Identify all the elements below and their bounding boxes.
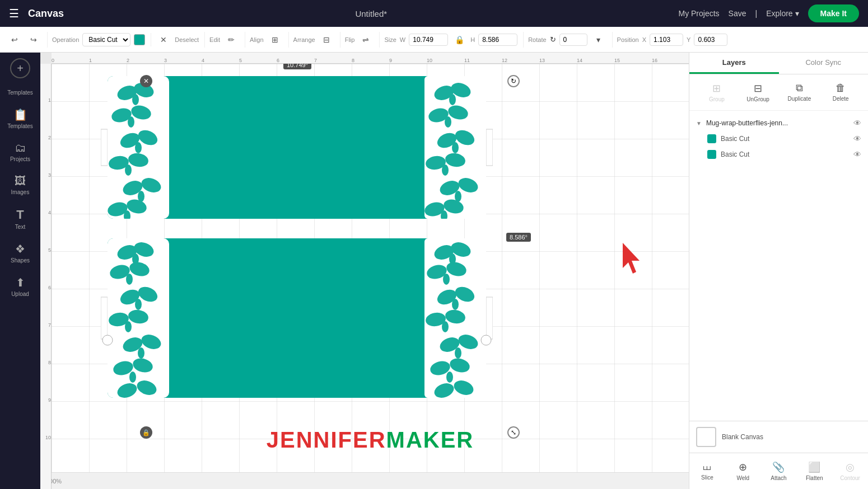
canvas-area[interactable]: 0 1 2 3 4 5 6 7 8 9 10 11 12 13 14 15 16 <box>40 53 689 489</box>
ungroup-button[interactable]: ⊟ UnGroup <box>738 79 779 106</box>
svg-point-25 <box>449 94 456 105</box>
svg-point-86 <box>432 381 456 398</box>
menu-icon[interactable]: ☰ <box>9 7 19 20</box>
attach-icon: 📎 <box>772 461 785 473</box>
svg-point-64 <box>132 356 155 374</box>
svg-point-34 <box>442 164 449 176</box>
arrange-button[interactable]: ⊟ <box>319 32 334 48</box>
tab-color-sync[interactable]: Color Sync <box>779 53 869 74</box>
save-button[interactable]: Save <box>729 9 746 18</box>
sidebar-item-shapes[interactable]: ❖ Shapes <box>3 238 38 268</box>
flatten-label: Flatten <box>806 475 823 481</box>
rotate-icon: ↻ <box>550 35 556 44</box>
y-position-input[interactable] <box>694 34 727 46</box>
sidebar-item-upload[interactable]: ⬆ Upload <box>3 271 38 302</box>
delete-icon: 🗑 <box>836 82 846 94</box>
group-visibility-icon[interactable]: 👁 <box>853 119 861 128</box>
layer-2-name: Basic Cut <box>721 151 849 158</box>
ruler-mark-v-9: 9 <box>48 397 51 403</box>
lock-aspect-button[interactable]: 🔒 <box>451 32 467 48</box>
blank-canvas-swatch[interactable] <box>696 427 716 447</box>
height-input[interactable] <box>478 34 517 46</box>
x-position-input[interactable] <box>650 34 683 46</box>
new-button[interactable]: + <box>10 58 30 78</box>
layer-item-2[interactable]: Basic Cut 👁 <box>689 147 868 162</box>
operation-section: Operation Basic Cut <box>52 33 151 46</box>
color-swatch[interactable] <box>134 34 145 45</box>
undo-button[interactable]: ↩ <box>7 32 22 48</box>
sidebar-item-templates[interactable]: 📋 Templates <box>3 104 38 134</box>
x-label: X <box>642 36 646 43</box>
projects-icon: 🗂 <box>15 142 26 154</box>
duplicate-icon: ⧉ <box>796 82 803 94</box>
redo-button[interactable]: ↪ <box>26 32 41 48</box>
document-title: Untitled* <box>73 9 669 18</box>
svg-point-16 <box>125 164 132 176</box>
group-button[interactable]: ⊞ Group <box>696 79 738 106</box>
layer-group-header[interactable]: ▼ Mug-wrap-butterflies-jenn... 👁 <box>689 115 868 131</box>
align-button[interactable]: ⊞ <box>267 32 283 48</box>
group-icon: ⊞ <box>712 82 721 95</box>
svg-rect-0 <box>101 129 108 166</box>
scale-handle[interactable]: ⤡ <box>507 426 520 439</box>
images-icon: 🖼 <box>15 175 26 187</box>
sidebar-item-images[interactable]: 🖼 Images <box>3 170 38 200</box>
sidebar-item-text[interactable]: T Text <box>3 203 38 234</box>
layer-2-visibility-icon[interactable]: 👁 <box>853 150 861 159</box>
slice-label: Slice <box>701 474 713 481</box>
images-label: Images <box>11 189 30 195</box>
dimension-top-label: 10.749° <box>283 64 311 69</box>
w-label: W <box>400 36 405 43</box>
canvas-content[interactable]: ✕ ↻ 10.749° 8.586° 🔒 ⤡ <box>52 64 689 472</box>
svg-point-56 <box>135 299 142 310</box>
text-label: Text <box>15 224 25 230</box>
ruler-mark-15: 15 <box>614 58 620 63</box>
tab-layers[interactable]: Layers <box>689 53 779 74</box>
operation-select[interactable]: Basic Cut <box>82 33 130 46</box>
svg-point-59 <box>125 321 132 332</box>
layer-item-1[interactable]: Basic Cut 👁 <box>689 131 868 147</box>
explore-button[interactable]: Explore ▾ <box>766 9 799 18</box>
width-input[interactable] <box>409 34 448 46</box>
slice-button[interactable]: ⧢ Slice <box>689 458 725 485</box>
mug-wrap-1[interactable] <box>101 76 493 219</box>
mug-wrap-2[interactable] <box>101 238 493 398</box>
ruler-left: 1 2 3 4 5 6 7 8 9 10 <box>40 64 52 489</box>
duplicate-button[interactable]: ⧉ Duplicate <box>779 79 820 106</box>
right-panel-tabs: Layers Color Sync <box>689 53 868 74</box>
flatten-button[interactable]: ⬜ Flatten <box>796 458 832 485</box>
make-it-button[interactable]: Make It <box>808 4 859 22</box>
contour-label: Contour <box>840 475 860 481</box>
group-chevron-icon: ▼ <box>696 120 702 126</box>
blank-canvas-label: Blank Canvas <box>722 433 763 441</box>
rotate-handle[interactable]: ↻ <box>507 75 520 87</box>
ruler-mark-3: 3 <box>164 58 167 63</box>
layer-1-visibility-icon[interactable]: 👁 <box>853 134 861 143</box>
layer-1-color <box>707 134 716 143</box>
operation-label: Operation <box>52 36 79 43</box>
my-projects-link[interactable]: My Projects <box>678 9 719 18</box>
flip-button[interactable]: ⇌ <box>358 32 374 48</box>
sidebar-item-new-label: Templates <box>3 85 38 100</box>
rotate-dropdown[interactable]: ▾ <box>591 32 606 48</box>
watermark-jennifer: JENNIFER <box>267 427 386 452</box>
weld-button[interactable]: ⊕ Weld <box>725 458 761 485</box>
edit-button[interactable]: ✏ <box>223 32 239 48</box>
align-section: Align ⊞ <box>250 32 288 48</box>
lock-handle[interactable]: 🔒 <box>140 426 152 439</box>
left-sidebar: + Templates 📋 Templates 🗂 Projects 🖼 Ima… <box>0 53 40 489</box>
ruler-mark-9: 9 <box>389 58 392 63</box>
attach-button[interactable]: 📎 Attach <box>761 458 797 485</box>
svg-marker-88 <box>623 243 640 274</box>
butterfly-pattern-left-1 <box>108 76 169 219</box>
sidebar-item-projects[interactable]: 🗂 Projects <box>3 137 38 167</box>
delete-button[interactable]: 🗑 Delete <box>820 79 861 106</box>
watermark-maker: MAKER <box>386 427 474 452</box>
rotate-input[interactable] <box>559 34 587 46</box>
deselect-button[interactable]: ✕ <box>156 32 171 48</box>
arrange-label: Arrange <box>293 36 315 43</box>
contour-button[interactable]: ◎ Contour <box>832 458 868 485</box>
right-panel: Layers Color Sync ⊞ Group ⊟ UnGroup ⧉ Du… <box>689 53 868 489</box>
svg-point-65 <box>129 372 136 383</box>
topbar-right: My Projects Save | Explore ▾ Make It <box>678 4 859 22</box>
